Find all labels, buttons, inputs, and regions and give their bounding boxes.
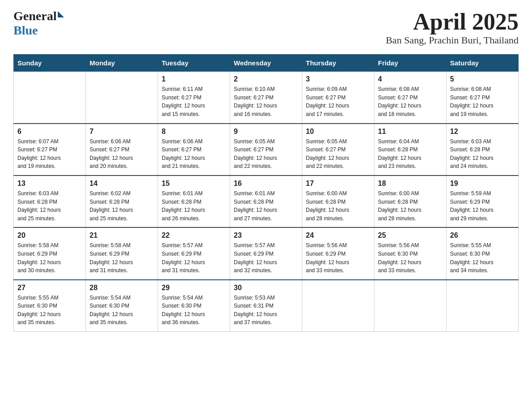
day-info: Sunrise: 5:56 AMSunset: 6:30 PMDaylight:…: [378, 241, 442, 274]
day-info: Sunrise: 6:07 AMSunset: 6:27 PMDaylight:…: [17, 137, 82, 171]
day-info: Sunrise: 6:00 AMSunset: 6:28 PMDaylight:…: [378, 189, 442, 223]
day-info: Sunrise: 5:57 AMSunset: 6:29 PMDaylight:…: [162, 241, 226, 274]
calendar-cell: 11Sunrise: 6:04 AMSunset: 6:28 PMDayligh…: [374, 124, 446, 176]
calendar-cell: 22Sunrise: 5:57 AMSunset: 6:29 PMDayligh…: [158, 227, 230, 279]
calendar-cell: 27Sunrise: 5:55 AMSunset: 6:30 PMDayligh…: [14, 280, 86, 332]
day-number: 6: [17, 128, 82, 136]
day-info: Sunrise: 6:11 AMSunset: 6:27 PMDaylight:…: [162, 85, 226, 118]
calendar-cell: [302, 280, 374, 332]
logo-text-general: General: [13, 9, 56, 23]
location-subtitle: Ban Sang, Prachin Buri, Thailand: [386, 34, 519, 46]
calendar-cell: 25Sunrise: 5:56 AMSunset: 6:30 PMDayligh…: [374, 227, 446, 279]
day-info: Sunrise: 5:54 AMSunset: 6:30 PMDaylight:…: [90, 294, 154, 327]
day-info: Sunrise: 5:55 AMSunset: 6:30 PMDaylight:…: [450, 241, 515, 274]
day-number: 1: [162, 75, 226, 83]
calendar-cell: 14Sunrise: 6:02 AMSunset: 6:28 PMDayligh…: [86, 176, 158, 227]
day-info: Sunrise: 6:10 AMSunset: 6:27 PMDaylight:…: [234, 85, 298, 118]
day-info: Sunrise: 6:02 AMSunset: 6:28 PMDaylight:…: [90, 189, 154, 223]
day-number: 4: [378, 75, 442, 83]
title-area: April 2025 Ban Sang, Prachin Buri, Thail…: [386, 9, 519, 46]
logo-text-blue: Blue: [13, 23, 38, 38]
day-number: 23: [234, 231, 298, 240]
calendar-cell: 7Sunrise: 6:06 AMSunset: 6:27 PMDaylight…: [86, 124, 158, 176]
calendar-body: 1Sunrise: 6:11 AMSunset: 6:27 PMDaylight…: [14, 72, 519, 332]
day-number: 17: [306, 180, 370, 188]
day-info: Sunrise: 6:06 AMSunset: 6:27 PMDaylight:…: [162, 137, 226, 171]
header-cell-sunday: Sunday: [14, 55, 86, 72]
day-number: 21: [90, 231, 154, 240]
header-cell-wednesday: Wednesday: [230, 55, 302, 72]
calendar-cell: 16Sunrise: 6:01 AMSunset: 6:28 PMDayligh…: [230, 176, 302, 227]
calendar-cell: [86, 72, 158, 124]
calendar-cell: 23Sunrise: 5:57 AMSunset: 6:29 PMDayligh…: [230, 227, 302, 279]
calendar-cell: 28Sunrise: 5:54 AMSunset: 6:30 PMDayligh…: [86, 280, 158, 332]
calendar-cell: 21Sunrise: 5:58 AMSunset: 6:29 PMDayligh…: [86, 227, 158, 279]
day-number: 7: [90, 128, 154, 136]
day-number: 12: [450, 128, 515, 136]
day-info: Sunrise: 6:00 AMSunset: 6:28 PMDaylight:…: [306, 189, 370, 223]
day-number: 9: [234, 128, 298, 136]
day-number: 24: [306, 231, 370, 240]
calendar-cell: 17Sunrise: 6:00 AMSunset: 6:28 PMDayligh…: [302, 176, 374, 227]
calendar-week-row: 13Sunrise: 6:03 AMSunset: 6:28 PMDayligh…: [14, 176, 519, 227]
day-number: 22: [162, 231, 226, 240]
day-number: 11: [378, 128, 442, 136]
calendar-cell: 30Sunrise: 5:53 AMSunset: 6:31 PMDayligh…: [230, 280, 302, 332]
logo-arrow-icon: [58, 11, 64, 17]
calendar-cell: 26Sunrise: 5:55 AMSunset: 6:30 PMDayligh…: [446, 227, 519, 279]
page-title: April 2025: [386, 9, 519, 34]
calendar-cell: 15Sunrise: 6:01 AMSunset: 6:28 PMDayligh…: [158, 176, 230, 227]
calendar-cell: 8Sunrise: 6:06 AMSunset: 6:27 PMDaylight…: [158, 124, 230, 176]
calendar-week-row: 20Sunrise: 5:58 AMSunset: 6:29 PMDayligh…: [14, 227, 519, 279]
calendar-cell: 4Sunrise: 6:08 AMSunset: 6:27 PMDaylight…: [374, 72, 446, 124]
day-number: 29: [162, 284, 226, 292]
calendar-cell: 12Sunrise: 6:03 AMSunset: 6:28 PMDayligh…: [446, 124, 519, 176]
day-info: Sunrise: 6:06 AMSunset: 6:27 PMDaylight:…: [90, 137, 154, 171]
header-cell-friday: Friday: [374, 55, 446, 72]
calendar-cell: [14, 72, 86, 124]
calendar-cell: 24Sunrise: 5:56 AMSunset: 6:29 PMDayligh…: [302, 227, 374, 279]
day-number: 27: [17, 284, 82, 292]
calendar-week-row: 27Sunrise: 5:55 AMSunset: 6:30 PMDayligh…: [14, 280, 519, 332]
day-number: 16: [234, 180, 298, 188]
calendar-cell: 5Sunrise: 6:08 AMSunset: 6:27 PMDaylight…: [446, 72, 519, 124]
calendar-cell: 9Sunrise: 6:05 AMSunset: 6:27 PMDaylight…: [230, 124, 302, 176]
day-info: Sunrise: 6:01 AMSunset: 6:28 PMDaylight:…: [162, 189, 226, 223]
day-info: Sunrise: 6:05 AMSunset: 6:27 PMDaylight:…: [306, 137, 370, 171]
calendar-cell: 19Sunrise: 5:59 AMSunset: 6:29 PMDayligh…: [446, 176, 519, 227]
day-info: Sunrise: 5:56 AMSunset: 6:29 PMDaylight:…: [306, 241, 370, 274]
day-info: Sunrise: 6:04 AMSunset: 6:28 PMDaylight:…: [378, 137, 442, 171]
calendar-cell: 29Sunrise: 5:54 AMSunset: 6:30 PMDayligh…: [158, 280, 230, 332]
day-info: Sunrise: 6:05 AMSunset: 6:27 PMDaylight:…: [234, 137, 298, 171]
calendar-week-row: 6Sunrise: 6:07 AMSunset: 6:27 PMDaylight…: [14, 124, 519, 176]
calendar-cell: 18Sunrise: 6:00 AMSunset: 6:28 PMDayligh…: [374, 176, 446, 227]
calendar-cell: [374, 280, 446, 332]
header-cell-tuesday: Tuesday: [158, 55, 230, 72]
calendar-cell: 6Sunrise: 6:07 AMSunset: 6:27 PMDaylight…: [14, 124, 86, 176]
header-cell-thursday: Thursday: [302, 55, 374, 72]
calendar-week-row: 1Sunrise: 6:11 AMSunset: 6:27 PMDaylight…: [14, 72, 519, 124]
header-cell-monday: Monday: [86, 55, 158, 72]
day-info: Sunrise: 6:03 AMSunset: 6:28 PMDaylight:…: [17, 189, 82, 223]
day-info: Sunrise: 5:54 AMSunset: 6:30 PMDaylight:…: [162, 294, 226, 327]
day-info: Sunrise: 5:55 AMSunset: 6:30 PMDaylight:…: [17, 294, 82, 327]
day-info: Sunrise: 6:01 AMSunset: 6:28 PMDaylight:…: [234, 189, 298, 223]
header: General Blue April 2025 Ban Sang, Prachi…: [13, 9, 519, 46]
calendar-cell: 3Sunrise: 6:09 AMSunset: 6:27 PMDaylight…: [302, 72, 374, 124]
day-info: Sunrise: 6:03 AMSunset: 6:28 PMDaylight:…: [450, 137, 515, 171]
day-number: 8: [162, 128, 226, 136]
day-info: Sunrise: 5:57 AMSunset: 6:29 PMDaylight:…: [234, 241, 298, 274]
day-number: 10: [306, 128, 370, 136]
header-cell-saturday: Saturday: [446, 55, 519, 72]
day-number: 14: [90, 180, 154, 188]
calendar-cell: 1Sunrise: 6:11 AMSunset: 6:27 PMDaylight…: [158, 72, 230, 124]
day-info: Sunrise: 5:58 AMSunset: 6:29 PMDaylight:…: [17, 241, 82, 274]
day-number: 28: [90, 284, 154, 292]
calendar-cell: 10Sunrise: 6:05 AMSunset: 6:27 PMDayligh…: [302, 124, 374, 176]
logo: General Blue: [13, 9, 64, 38]
day-number: 25: [378, 231, 442, 240]
day-info: Sunrise: 5:59 AMSunset: 6:29 PMDaylight:…: [450, 189, 515, 223]
day-number: 26: [450, 231, 515, 240]
calendar-cell: 13Sunrise: 6:03 AMSunset: 6:28 PMDayligh…: [14, 176, 86, 227]
day-number: 30: [234, 284, 298, 292]
